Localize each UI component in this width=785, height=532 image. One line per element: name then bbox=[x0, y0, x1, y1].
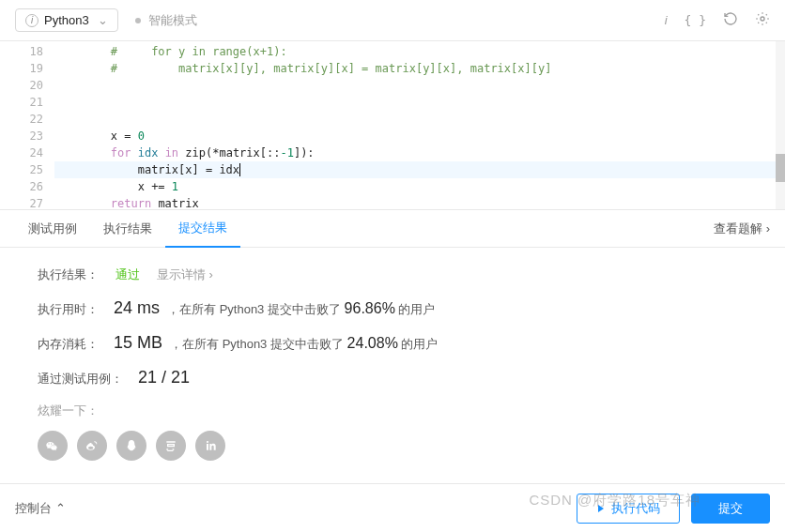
scrollbar-thumb[interactable] bbox=[776, 154, 785, 182]
dot-icon bbox=[135, 18, 141, 23]
douban-icon[interactable] bbox=[156, 431, 186, 461]
info-icon: i bbox=[25, 14, 38, 27]
qq-icon[interactable] bbox=[116, 431, 146, 461]
status-label: 执行结果： bbox=[38, 266, 99, 283]
chevron-up-icon: ⌃ bbox=[55, 501, 66, 515]
tab-run-result[interactable]: 执行结果 bbox=[90, 211, 165, 247]
weibo-icon[interactable] bbox=[77, 431, 107, 461]
result-tabs: 测试用例 执行结果 提交结果 查看题解 › bbox=[0, 210, 785, 248]
reset-icon[interactable] bbox=[723, 11, 738, 29]
code-area[interactable]: # for y in range(x+1): # matrix[x][y], m… bbox=[56, 41, 785, 209]
share-icons bbox=[38, 431, 747, 461]
memory-label: 内存消耗： bbox=[38, 336, 99, 353]
scrollbar-track[interactable] bbox=[776, 41, 785, 209]
runtime-desc: ，在所有 Python3 提交中击败了 96.86% 的用户 bbox=[167, 300, 435, 318]
status-value: 通过 bbox=[115, 266, 140, 283]
smart-mode[interactable]: 智能模式 bbox=[135, 12, 197, 29]
share-label: 炫耀一下： bbox=[38, 403, 747, 419]
chevron-down-icon: ⌄ bbox=[98, 13, 108, 27]
tab-submit-result[interactable]: 提交结果 bbox=[165, 210, 240, 248]
code-editor[interactable]: 18192021222324252627 # for y in range(x+… bbox=[0, 41, 785, 210]
console-toggle[interactable]: 控制台 ⌃ bbox=[15, 500, 66, 517]
mode-label: 智能模式 bbox=[148, 12, 197, 29]
runtime-label: 执行用时： bbox=[38, 301, 99, 318]
language-selector[interactable]: i Python3 ⌄ bbox=[15, 8, 118, 32]
svg-point-0 bbox=[761, 17, 764, 21]
submit-button[interactable]: 提交 bbox=[691, 494, 770, 524]
wechat-icon[interactable] bbox=[38, 431, 68, 461]
chevron-right-icon: › bbox=[766, 221, 770, 236]
toolbar: i Python3 ⌄ 智能模式 i { } bbox=[0, 0, 785, 41]
language-label: Python3 bbox=[44, 13, 89, 27]
braces-icon[interactable]: { } bbox=[685, 13, 706, 27]
footer: 控制台 ⌃ 执行代码 提交 bbox=[0, 483, 785, 532]
toolbar-right: i { } bbox=[665, 11, 770, 29]
linkedin-icon[interactable] bbox=[195, 431, 225, 461]
testcase-value: 21 / 21 bbox=[138, 368, 190, 388]
memory-value: 15 MB bbox=[114, 333, 162, 353]
results-panel: 执行结果： 通过 显示详情 › 执行用时： 24 ms ，在所有 Python3… bbox=[0, 248, 785, 479]
testcase-label: 通过测试用例： bbox=[38, 371, 123, 388]
info-icon[interactable]: i bbox=[665, 13, 668, 27]
run-code-button[interactable]: 执行代码 bbox=[577, 494, 680, 524]
line-gutter: 18192021222324252627 bbox=[0, 41, 56, 209]
view-solution-link[interactable]: 查看题解 › bbox=[714, 220, 770, 237]
memory-desc: ，在所有 Python3 提交中击败了 24.08% 的用户 bbox=[170, 335, 438, 353]
play-icon bbox=[596, 504, 606, 513]
tab-testcase[interactable]: 测试用例 bbox=[15, 211, 90, 247]
runtime-value: 24 ms bbox=[114, 298, 160, 318]
show-details-link[interactable]: 显示详情 › bbox=[157, 266, 213, 283]
settings-icon[interactable] bbox=[755, 11, 770, 29]
